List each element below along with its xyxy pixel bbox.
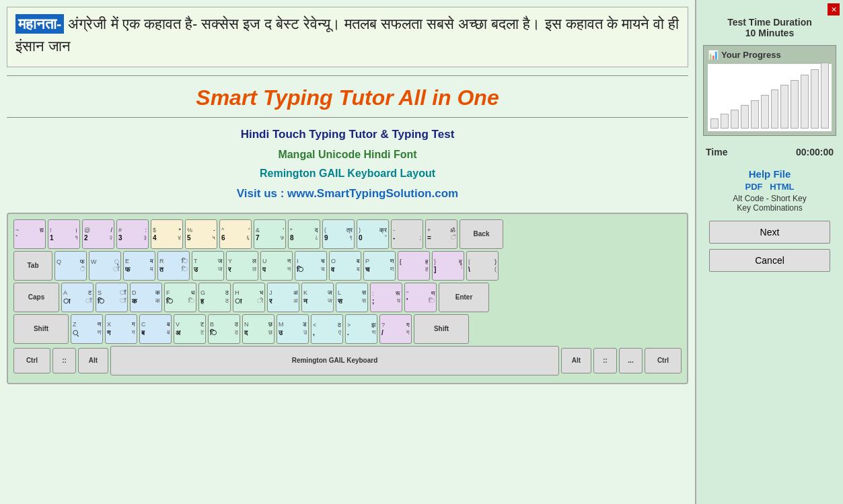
key-z[interactable]: Zण ्ण (71, 314, 103, 344)
key-2[interactable]: @/ 2२ (82, 219, 114, 249)
chart-bar (801, 75, 809, 129)
key-ctrl-right[interactable]: Ctrl (645, 348, 682, 373)
close-button[interactable]: ✕ (828, 3, 840, 15)
test-time-section: Test Time Duration 10 Minutes (727, 17, 812, 38)
tab-label: Tab (27, 262, 38, 269)
key-backslash[interactable]: |) \( (466, 251, 499, 281)
dots-right-label: :: (603, 357, 608, 364)
ctrl-left-label: Ctrl (26, 357, 38, 364)
key-minus[interactable]: - -; (391, 219, 423, 249)
keyboard-row-3: Caps Aट ाॉ Sॉ िॉ Dक कक (13, 283, 682, 312)
key-shift-left[interactable]: Shift (13, 314, 69, 344)
subtitle-font: Mangal Unicode Hindi Font (7, 145, 688, 165)
key-6[interactable]: ^' 6६ (219, 219, 252, 249)
key-l[interactable]: Lस सस (336, 283, 368, 312)
chart-bar (741, 105, 749, 129)
key-i[interactable]: Iच िच (295, 251, 327, 281)
ctrl-right-label: Ctrl (657, 357, 669, 364)
key-quote[interactable]: "ण 'ि (404, 283, 437, 312)
key-ellipsis[interactable]: ... (619, 348, 643, 373)
key-e[interactable]: Eम फम (123, 251, 155, 281)
key-slash[interactable]: ?ग /ग (379, 314, 412, 344)
time-value: 00:00:00 (796, 147, 834, 157)
key-j[interactable]: Jअ रअ (267, 283, 299, 312)
key-7[interactable]: &' 7७ (254, 219, 286, 249)
key-n[interactable]: Nछ दछ (242, 314, 274, 344)
keyboard-row-5: Ctrl :: Alt Remington GAIL Keyboard Alt … (13, 346, 682, 375)
chart-bar (761, 95, 769, 129)
dots-left-label: :: (62, 357, 67, 364)
key-d[interactable]: Dक कक (130, 283, 162, 312)
key-space[interactable]: Remington GAIL Keyboard (110, 346, 559, 375)
key-0[interactable]: )क्र 0° (357, 219, 389, 249)
key-h[interactable]: Hभ ाी (233, 283, 265, 312)
shift-right-label: Shift (434, 325, 449, 332)
sidebar: ✕ Test Time Duration 10 Minutes 📊 Your P… (695, 0, 843, 504)
key-ctrl-left[interactable]: Ctrl (13, 348, 50, 373)
key-5[interactable]: %- 5५ (185, 219, 217, 249)
help-key-combo: Key Combinations (733, 203, 806, 213)
help-pdf-link[interactable]: PDF (745, 182, 763, 192)
text-content: अंग्रेजी में एक कहावत है- सक्सेस इज द बे… (15, 15, 679, 55)
sub-titles: Hindi Touch Typing Tutor & Typing Test M… (7, 120, 688, 209)
key-equals[interactable]: +ॐ =ॅ (425, 219, 457, 249)
key-k[interactable]: Kज नज (301, 283, 334, 312)
key-enter[interactable]: Enter (439, 283, 489, 312)
key-period[interactable]: >झ .ण (345, 314, 377, 344)
ellipsis-label: ... (628, 357, 633, 364)
key-3[interactable]: #: 3३ (116, 219, 149, 249)
text-display: महानता- अंग्रेजी में एक कहावत है- सक्सेस… (7, 7, 688, 67)
next-button[interactable]: Next (709, 221, 830, 244)
test-time-value: 10 Minutes (727, 28, 812, 38)
key-r[interactable]: Rि ति (157, 251, 190, 281)
key-dots-right[interactable]: :: (593, 348, 617, 373)
key-1[interactable]: !। 1१ (48, 219, 80, 249)
chart-bar (780, 85, 789, 129)
key-t[interactable]: Tज उज (192, 251, 224, 281)
key-o[interactable]: Oब वब (329, 251, 361, 281)
key-q[interactable]: Qफ ॆ (54, 251, 87, 281)
key-8[interactable]: *द 8८ (288, 219, 320, 249)
divider-bottom (7, 117, 688, 118)
key-alt-left[interactable]: Alt (78, 348, 108, 373)
key-m[interactable]: Mड उउ (277, 314, 309, 344)
key-tilde[interactable]: ~द्य `‌ (13, 219, 46, 249)
key-g[interactable]: Gठ हठ (198, 283, 231, 312)
key-comma[interactable]: <ठ ,ए (311, 314, 343, 344)
test-time-title: Test Time Duration (727, 17, 812, 28)
key-bracket-l[interactable]: {ह [ह (398, 251, 430, 281)
key-bracket-r[interactable]: }दृ ]' (432, 251, 464, 281)
key-c[interactable]: Cब बब (139, 314, 172, 344)
key-9[interactable]: (त्र 9९ (322, 219, 355, 249)
time-label: Time (706, 147, 727, 157)
caps-label: Caps (28, 293, 44, 301)
key-v[interactable]: Vट अट (174, 314, 206, 344)
key-x[interactable]: Xग गग (105, 314, 137, 344)
key-f[interactable]: Fध िि (164, 283, 196, 312)
key-u[interactable]: Uन पन (260, 251, 293, 281)
key-s[interactable]: Sॉ िॉ (96, 283, 128, 312)
key-shift-right[interactable]: Shift (414, 314, 469, 344)
key-dots-left[interactable]: :: (52, 348, 76, 373)
key-backspace[interactable]: Back (460, 219, 503, 249)
help-links: PDF HTML (733, 182, 806, 192)
backspace-label: Back (474, 230, 490, 238)
key-semicolon[interactable]: :रू ;य (370, 283, 402, 312)
chart-bar (771, 89, 779, 129)
chart-bar (811, 69, 819, 129)
divider-top (7, 75, 688, 76)
chart-bar (731, 110, 739, 129)
key-caps[interactable]: Caps (13, 283, 59, 312)
key-tab[interactable]: Tab (13, 251, 52, 281)
cancel-button[interactable]: Cancel (709, 249, 830, 272)
key-alt-right[interactable]: Alt (561, 348, 591, 373)
key-4[interactable]: $* 4४ (151, 219, 183, 249)
keyboard-row-1: ~द्य `‌ !। 1१ @/ 2२ #: 3३ (13, 219, 682, 249)
key-b[interactable]: Bठ िठ (208, 314, 240, 344)
help-html-link[interactable]: HTML (770, 182, 794, 192)
key-w[interactable]: Wृ ॉ (89, 251, 121, 281)
key-y[interactable]: Yल रल (226, 251, 258, 281)
keyboard-row-2: Tab Qफ ॆ Wृ ॉ Eम फम (13, 251, 682, 281)
key-p[interactable]: Pण चण (363, 251, 396, 281)
key-a[interactable]: Aट ाॉ (61, 283, 94, 312)
